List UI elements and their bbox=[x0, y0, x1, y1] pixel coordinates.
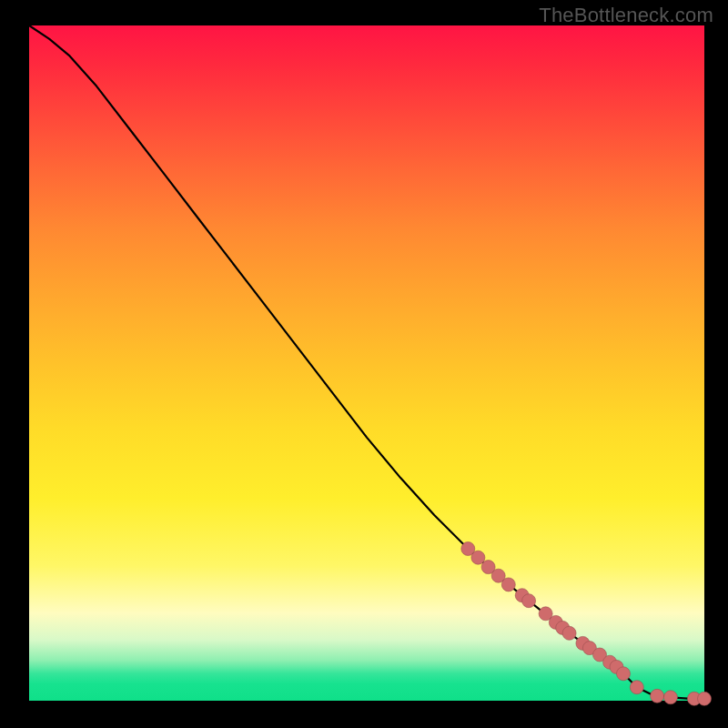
highlight-dot bbox=[698, 692, 712, 705]
highlight-dot bbox=[501, 578, 515, 592]
plot-area bbox=[29, 25, 704, 701]
curve-layer bbox=[29, 25, 704, 701]
highlight-dots-group bbox=[461, 542, 712, 706]
highlight-dot bbox=[471, 551, 485, 564]
highlight-dot bbox=[562, 626, 576, 640]
highlight-dot bbox=[630, 681, 643, 694]
watermark-text: TheBottleneck.com bbox=[539, 4, 713, 27]
bottleneck-curve bbox=[29, 25, 704, 699]
highlight-dot bbox=[522, 594, 536, 608]
highlight-dot bbox=[663, 691, 677, 704]
chart-frame: TheBottleneck.com bbox=[0, 0, 728, 728]
highlight-dot bbox=[651, 689, 664, 703]
highlight-dot bbox=[617, 667, 631, 681]
